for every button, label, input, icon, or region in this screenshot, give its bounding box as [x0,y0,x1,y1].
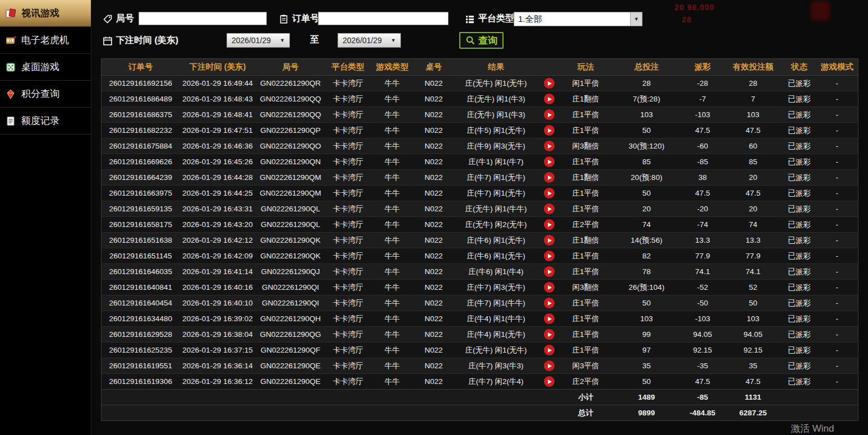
play-video-icon[interactable] [544,188,555,198]
play-video-icon[interactable] [544,345,555,355]
cell-platform-type: 卡卡湾厅 [326,327,371,343]
cell-table-no: N022 [414,217,454,233]
platform-label: 平台类型 [478,13,514,25]
table-row: 2601291616195512026-01-29 16:36:14GN0222… [101,358,858,374]
cell-round-id: GN022261290QI [256,295,326,311]
order-number-input[interactable] [318,12,449,25]
cell-status: 已派彩 [783,343,816,358]
cell-order-id: 260129161692156 [101,76,180,91]
cell-payout: 47.5 [682,123,724,138]
round-number-input[interactable] [138,12,267,25]
cell-payout: -60 [682,138,724,154]
cell-platform-type: 卡卡湾厅 [326,248,371,264]
cell-bet-time: 2026-01-29 16:43:20 [180,217,256,233]
play-video-icon[interactable] [544,125,555,136]
cell-order-id: 260129161619551 [101,358,180,374]
cell-table-no: N022 [414,248,454,264]
cell-status: 已派彩 [783,186,816,201]
column-header: 平台类型 [326,59,371,76]
play-video-icon[interactable] [544,78,555,89]
play-video-icon[interactable] [544,266,555,277]
sidebar-item-quota-records[interactable]: 额度记录 [0,108,91,135]
cell-round-id: GN022261290QP [256,123,326,138]
gem-icon [5,89,16,100]
play-video-icon[interactable] [544,329,555,340]
cell-status: 已派彩 [783,311,816,327]
table-row: 2601291616642392026-01-29 16:44:28GN0222… [101,170,858,186]
sidebar-item-slot-machines[interactable]: 电子老虎机 [0,27,91,54]
play-video-icon[interactable] [544,109,555,120]
cell-total-bet: 50 [612,186,682,201]
cell-valid-bet: 47.5 [724,123,783,138]
sidebar-item-label: 电子老虎机 [21,34,69,47]
slot-icon [5,35,16,46]
cell-total-bet: 50 [612,295,682,311]
play-video-icon[interactable] [544,219,555,230]
table-row: 2601291616696262026-01-29 16:45:26GN0222… [101,154,858,170]
cell-play-method: 庄1平倍 [560,201,612,217]
play-video-icon[interactable] [544,172,555,183]
play-video-icon[interactable] [544,251,555,261]
cell-game-mode: - [816,233,858,248]
cell-bet-time: 2026-01-29 16:44:28 [180,170,256,186]
play-video-icon[interactable] [544,141,555,151]
cell-payout: 94.05 [682,327,724,343]
cell-order-id: 260129161640841 [101,280,180,295]
play-video-icon[interactable] [544,376,555,387]
cell-round-id: GN022261290QJ [256,264,326,280]
play-video-icon[interactable] [544,156,555,167]
cell-replay [539,123,560,138]
cell-result: 庄(牛6) 闲1(无牛) [454,248,539,264]
cell-bet-time: 2026-01-29 16:36:14 [180,358,256,374]
platform-type-select[interactable]: 1.全部 ▼ [514,12,643,26]
column-header: 游戏类型 [371,59,414,76]
cell-play-method: 庄1平倍 [560,327,612,343]
cell-result: 庄(无牛) 闲1(牛3) [454,107,539,123]
play-video-icon[interactable] [544,360,555,371]
play-video-icon[interactable] [544,313,555,324]
total-row-payout: -484.85 [682,405,724,421]
cell-status: 已派彩 [783,201,816,217]
play-video-icon[interactable] [544,282,555,293]
date-to-value: 2026/01/29 [343,36,382,45]
cell-play-method: 庄1平倍 [560,154,612,170]
cell-play-method: 庄1平倍 [560,248,612,264]
play-video-icon[interactable] [544,203,555,214]
cell-total-bet: 97 [612,343,682,358]
sidebar-item-table-games[interactable]: 桌面游戏 [0,54,91,81]
table-row: 2601291616921562026-01-29 16:49:44GN0222… [101,76,858,91]
cell-game-mode: - [816,170,858,186]
cell-status: 已派彩 [783,123,816,138]
cell-table-no: N022 [414,233,454,248]
sidebar-item-label: 桌面游戏 [21,61,59,73]
column-header: 总投注 [612,59,682,76]
column-header: 局号 [256,59,326,76]
column-header: 下注时间 (美东) [180,59,256,76]
cell-round-id: GN022261290QR [256,76,326,91]
play-video-icon[interactable] [544,235,555,246]
sidebar-item-label: 积分查询 [21,87,59,100]
cell-table-no: N022 [414,154,454,170]
cell-round-id: GN022261290QH [256,311,326,327]
sidebar-item-video-games[interactable]: 视讯游戏 [0,0,91,27]
cell-round-id: GN022261290QM [256,186,326,201]
play-video-icon[interactable] [544,94,555,104]
sidebar-item-points-query[interactable]: 积分查询 [0,81,91,108]
cell-round-id: GN022261290QL [256,201,326,217]
cell-game-type: 牛牛 [371,76,414,91]
date-from-picker[interactable]: 2026/01/29 ▼ [227,33,290,48]
date-to-picker[interactable]: 2026/01/29 ▼ [338,33,401,48]
cell-valid-bet: 94.05 [724,327,783,343]
cell-total-bet: 50 [612,374,682,390]
cell-bet-time: 2026-01-29 16:37:15 [180,343,256,358]
cell-result: 庄(无牛) 闲1(无牛) [454,343,539,358]
table-row: 2601291616758842026-01-29 16:46:36GN0222… [101,138,858,154]
subtotal-row-payout: -85 [682,390,724,405]
play-video-icon[interactable] [544,298,555,308]
cell-round-id: GN022261290QK [256,233,326,248]
cell-replay [539,107,560,123]
search-button[interactable]: 查询 [459,32,504,49]
cell-platform-type: 卡卡湾厅 [326,186,371,201]
cell-bet-time: 2026-01-29 16:36:12 [180,374,256,390]
ledger-icon [5,115,16,127]
